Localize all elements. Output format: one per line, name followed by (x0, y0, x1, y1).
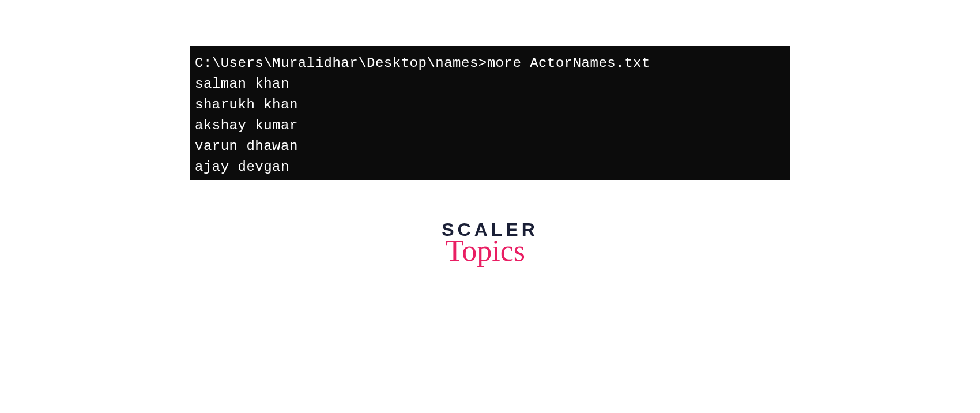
output-line: akshay kumar (195, 115, 785, 136)
prompt-line: C:\Users\Muralidhar\Desktop\names>more A… (195, 53, 785, 74)
output-line: salman khan (195, 74, 785, 95)
output-line: ajay devgan (195, 157, 785, 178)
prompt-path: C:\Users\Muralidhar\Desktop\names> (195, 55, 487, 71)
logo-sub-text: Topics (446, 238, 525, 265)
scaler-logo: SCALER Topics (442, 220, 538, 265)
command-text: more ActorNames.txt (487, 55, 650, 71)
output-line: sharukh khan (195, 95, 785, 115)
command-prompt-window[interactable]: C:\Users\Muralidhar\Desktop\names>more A… (190, 46, 790, 180)
output-line: varun dhawan (195, 136, 785, 157)
